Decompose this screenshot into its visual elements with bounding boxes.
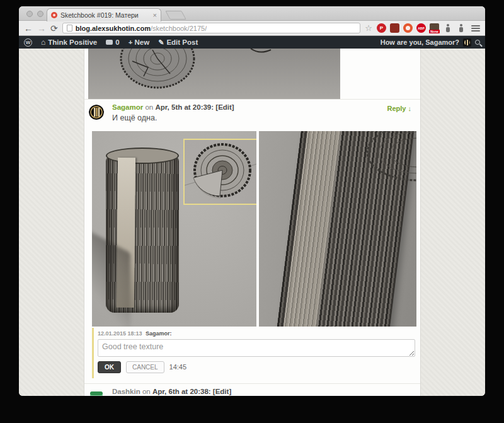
annotation-time: 14:45 [169, 363, 187, 371]
comment-author-link[interactable]: Sagamor [112, 103, 143, 111]
annotation-author: Sagamor: [146, 330, 172, 337]
new-label: + New [129, 38, 150, 46]
admin-bar-new-link[interactable]: + New [129, 38, 150, 46]
url-path: /sketchbook/2175/ [151, 25, 207, 32]
edit-post-label: Edit Post [166, 38, 198, 46]
partial-cross-section-drawing [360, 131, 416, 182]
none-badge: None [429, 30, 440, 33]
page-icon [67, 25, 72, 32]
search-icon[interactable] [475, 40, 480, 45]
forward-icon[interactable]: → [37, 24, 46, 33]
extension-icons: P ABP None [377, 23, 466, 33]
wp-admin-bar: W ⌂ Think Positive 0 + New ✎ Edit Post H… [19, 36, 485, 49]
dashkin-monster-icon [89, 389, 104, 396]
browser-window: Sketchbook #019: Матери × ← → ⟳ blog.ale… [19, 6, 485, 396]
new-tab-button[interactable] [165, 11, 186, 20]
comment-edit-link[interactable]: [Edit] [215, 103, 234, 111]
comment-meta: Sagamor on Apr, 5th at 20:39: [Edit] [112, 103, 416, 111]
comment-meta: Dashkin on Apr, 6th at 20:38: [Edit] [112, 388, 416, 395]
browser-tab[interactable]: Sketchbook #019: Матери × [47, 8, 161, 21]
pencil-icon: ✎ [158, 39, 164, 46]
back-icon[interactable]: ← [24, 24, 33, 33]
browser-toolbar: ← → ⟳ blog.alexsukhotin.com/sketchbook/2… [19, 21, 485, 36]
comment-on-word: on [145, 103, 153, 111]
comment-count: 0 [115, 38, 119, 46]
avatar-dashkin[interactable] [89, 389, 104, 396]
comment-body: И ещё одна. [112, 113, 416, 124]
extension-icon-with-none-badge[interactable]: None [430, 23, 439, 33]
bookmark-star-icon[interactable]: ☆ [365, 24, 372, 32]
url-domain: blog.alexsukhotin.com [76, 25, 151, 32]
home-icon: ⌂ [41, 38, 45, 46]
comment-author: Dashkin [112, 388, 140, 395]
cross-section-drawing [185, 140, 256, 204]
site-name: Think Positive [48, 38, 97, 46]
admin-bar-edit-post-link[interactable]: ✎ Edit Post [158, 38, 198, 46]
post-content-column: Sagamor on Apr, 5th at 20:39: [Edit] Rep… [84, 49, 421, 396]
wordpress-logo-icon[interactable]: W [24, 38, 32, 47]
address-bar[interactable]: blog.alexsukhotin.com/sketchbook/2175/ [62, 23, 361, 33]
sketch-photo-trunks[interactable] [92, 131, 256, 327]
sketch-photo-closeup[interactable] [259, 131, 416, 327]
adblock-extension-icon[interactable]: ABP [416, 23, 426, 33]
tab-title: Sketchbook #019: Матери [60, 11, 150, 19]
comment-images-row [92, 131, 416, 327]
tab-close-icon[interactable]: × [153, 12, 157, 19]
comment-edit-link[interactable]: [Edit] [213, 388, 231, 395]
comment-dashkin: Dashkin on Apr, 6th at 20:38: [Edit] Ммм… [84, 383, 420, 396]
comment-on-word: on [142, 388, 151, 395]
extension-icon[interactable] [456, 23, 466, 33]
extension-icon[interactable] [390, 23, 399, 33]
site-favicon-icon [51, 12, 57, 18]
user-avatar[interactable] [463, 38, 471, 47]
log-cross-section-drawing [88, 49, 340, 99]
extension-icon[interactable] [403, 23, 413, 33]
annotation-selection-box[interactable] [183, 139, 256, 205]
howdy-greeting[interactable]: How are you, Sagamor? [381, 38, 459, 46]
page-viewport[interactable]: Sagamor on Apr, 5th at 20:39: [Edit] Rep… [19, 49, 485, 396]
tab-bar: Sketchbook #019: Матери × [19, 6, 485, 21]
annotation-date: 12.01.2015 18:13 [98, 330, 142, 337]
image-annotation-panel: 12.01.2015 18:13 Sagamor: Good tree text… [92, 328, 416, 378]
annotation-text-input[interactable]: Good tree texture [98, 339, 415, 357]
avatar-sagamor[interactable] [89, 105, 104, 120]
cancel-button[interactable]: CANCEL [126, 361, 164, 373]
comments-bubble-icon [106, 40, 113, 45]
admin-bar-comments-link[interactable]: 0 [106, 38, 119, 46]
annotation-meta: 12.01.2015 18:13 Sagamor: [98, 330, 411, 337]
chrome-menu-icon[interactable] [471, 25, 480, 32]
comment-date: Apr, 6th at 20:38: [152, 388, 211, 395]
extension-icon[interactable] [443, 23, 452, 33]
admin-bar-site-link[interactable]: ⌂ Think Positive [41, 38, 97, 46]
annotation-buttons: OK CANCEL 14:45 [98, 361, 411, 373]
sketch-photo-cross-section[interactable] [88, 49, 340, 99]
close-window-button[interactable] [26, 11, 33, 17]
reload-icon[interactable]: ⟳ [50, 24, 58, 33]
sagamor-logo-icon [89, 105, 104, 120]
comment-date: Apr, 5th at 20:39: [155, 103, 214, 111]
reply-link[interactable]: Reply ↓ [387, 105, 411, 112]
comment-sagamor: Sagamor on Apr, 5th at 20:39: [Edit] Rep… [84, 99, 420, 383]
minimize-window-button[interactable] [37, 11, 43, 17]
ok-button[interactable]: OK [98, 361, 121, 373]
pinterest-extension-icon[interactable]: P [377, 23, 386, 33]
